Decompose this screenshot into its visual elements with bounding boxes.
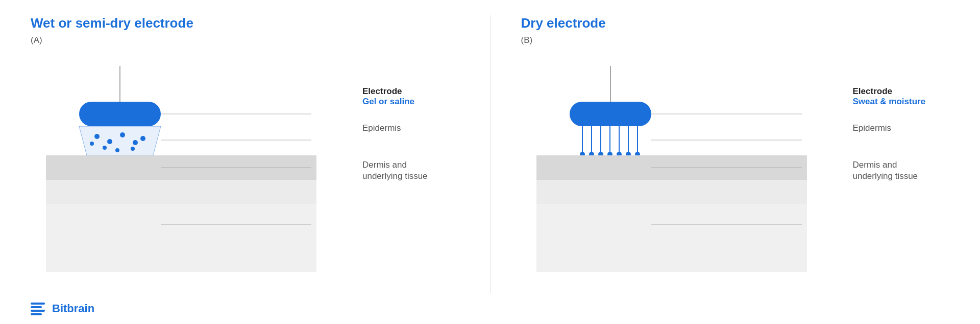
left-legend-epidermis: Epidermis — [362, 123, 428, 133]
left-electrode-label: Electrode — [362, 86, 428, 97]
right-epidermis-label: Epidermis — [853, 123, 926, 133]
left-diagram-svg — [31, 61, 347, 293]
svg-point-7 — [103, 146, 107, 150]
right-diagram-svg — [521, 61, 838, 293]
right-panel-title: Dry electrode — [521, 15, 950, 31]
logo-bar-1 — [31, 303, 45, 305]
left-panel-label: (A) — [31, 35, 459, 45]
svg-point-4 — [107, 139, 112, 144]
left-diagram-area: Electrode Gel or saline Epidermis Dermis… — [31, 61, 459, 293]
left-dermis2-label: underlying tissue — [362, 171, 428, 181]
svg-point-10 — [140, 136, 145, 141]
right-legend-dermis: Dermis and underlying tissue — [853, 160, 926, 181]
svg-rect-14 — [46, 204, 316, 272]
right-legend: Electrode Sweat & moisture Epidermis Der… — [853, 61, 926, 190]
left-legend: Electrode Gel or saline Epidermis Dermis… — [362, 61, 428, 190]
left-panel-title: Wet or semi-dry electrode — [31, 15, 459, 31]
svg-point-11 — [90, 142, 94, 146]
right-legend-epidermis: Epidermis — [853, 123, 926, 133]
svg-marker-2 — [79, 126, 161, 155]
svg-point-6 — [133, 140, 138, 145]
main-content: Wet or semi-dry electrode (A) — [0, 0, 980, 293]
svg-rect-21 — [570, 102, 651, 126]
right-sweat-label: Sweat & moisture — [853, 97, 926, 107]
left-epidermis-label: Epidermis — [362, 123, 428, 133]
left-dermis-label: Dermis and — [362, 160, 428, 170]
footer: Bitbrain — [0, 293, 980, 324]
svg-rect-38 — [536, 204, 807, 272]
logo-bar-4 — [31, 313, 42, 315]
right-electrode-label: Electrode — [853, 86, 926, 97]
left-legend-electrode: Electrode Gel or saline — [362, 86, 428, 107]
svg-point-5 — [120, 132, 125, 137]
bitbrain-brand-text: Bitbrain — [52, 302, 94, 315]
svg-rect-1 — [79, 102, 161, 126]
right-legend-electrode: Electrode Sweat & moisture — [853, 86, 926, 107]
right-panel: Dry electrode (B) — [491, 15, 960, 293]
svg-point-3 — [94, 134, 100, 139]
left-legend-dermis: Dermis and underlying tissue — [362, 160, 428, 181]
logo-bar-2 — [31, 306, 42, 308]
bitbrain-logo-icon — [31, 303, 45, 315]
right-dermis-label: Dermis and — [853, 160, 926, 170]
right-diagram-area: Electrode Sweat & moisture Epidermis Der… — [521, 61, 950, 293]
left-panel: Wet or semi-dry electrode (A) — [20, 15, 491, 293]
left-gel-label: Gel or saline — [362, 97, 428, 107]
right-dermis2-label: underlying tissue — [853, 171, 926, 181]
svg-point-8 — [115, 148, 119, 152]
right-panel-label: (B) — [521, 35, 950, 45]
svg-point-9 — [131, 147, 135, 151]
logo-bar-3 — [31, 310, 45, 312]
